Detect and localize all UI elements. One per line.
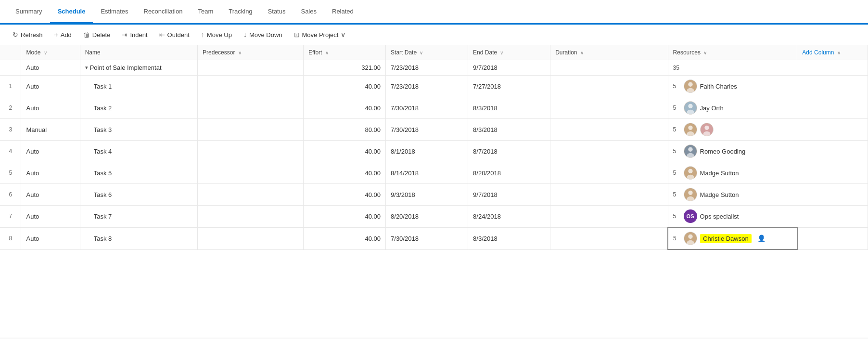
resource-count: 5 [673,83,681,90]
tab-reconciliation[interactable]: Reconciliation [136,0,191,23]
delete-icon: 🗑 [83,31,90,39]
duration-sort-icon: ∨ [580,50,584,55]
svg-point-16 [688,169,692,173]
row-duration [550,60,668,76]
col-header-duration[interactable]: Duration ∨ [550,45,668,60]
col-header-num [0,45,21,60]
row-number: 5 [0,162,21,184]
svg-point-10 [704,126,709,130]
indent-button[interactable]: ⇥ Indent [117,28,152,41]
row-name: Task 7 [80,206,197,228]
row-number: 1 [0,76,21,97]
row-start-date: 8/1/2018 [386,141,468,162]
row-duration [550,141,668,162]
row-mode: Auto [21,206,80,228]
row-predecessor [198,184,304,206]
row-start-date: 8/14/2018 [386,162,468,184]
row-end-date: 8/3/2018 [468,227,550,249]
resource-count: 5 [673,191,681,198]
row-end-date: 9/7/2018 [468,184,550,206]
tab-summary[interactable]: Summary [8,0,50,23]
avatar [700,123,714,136]
resource-name: Christie Dawson [700,234,752,243]
row-end-date: 8/3/2018 [468,119,550,141]
col-header-mode[interactable]: Mode ∨ [21,45,80,60]
add-button[interactable]: + Add [50,28,77,41]
row-resources: 35 [668,60,797,76]
row-number: 8 [0,227,21,249]
row-effort: 40.00 [303,97,385,119]
tab-sales[interactable]: Sales [293,0,324,23]
table-row: 6AutoTask 640.009/3/20189/7/20185 Madge … [0,184,868,206]
row-resources: 5 Madge Sutton [668,162,797,184]
resource-name: Jay Orth [700,104,724,112]
move-up-button[interactable]: ↑ Move Up [196,28,237,41]
outdent-button[interactable]: ⇤ Outdent [154,28,194,41]
row-add-column [797,97,868,119]
row-start-date: 9/3/2018 [386,184,468,206]
avatar [684,123,697,136]
tab-status[interactable]: Status [260,0,294,23]
table-row: 5AutoTask 540.008/14/20188/20/20185 Madg… [0,162,868,184]
col-header-predecessor[interactable]: Predecessor ∨ [198,45,304,60]
row-effort: 321.00 [303,60,385,76]
row-mode: Manual [21,119,80,141]
row-resources: 5 Madge Sutton [668,184,797,206]
move-up-icon: ↑ [201,31,204,39]
row-add-column [797,206,868,228]
row-number: 7 [0,206,21,228]
toolbar: ↻ Refresh + Add 🗑 Delete ⇥ Indent ⇤ Outd… [0,25,868,45]
row-duration [550,184,668,206]
refresh-icon: ↻ [13,31,18,39]
avatar [684,188,697,201]
table-row: 8AutoTask 840.007/30/20188/3/20185 Chris… [0,227,868,249]
row-add-column [797,162,868,184]
avatar [684,232,697,245]
tab-schedule[interactable]: Schedule [50,0,93,23]
row-predecessor [198,97,304,119]
row-number: 2 [0,97,21,119]
move-project-button[interactable]: ⊡ Move Project ∨ [289,28,351,41]
col-header-effort[interactable]: Effort ∨ [303,45,385,60]
row-name: ▾Point of Sale Implementat [80,60,197,76]
row-name: Task 8 [80,227,197,249]
col-header-resources[interactable]: Resources ∨ [668,45,797,60]
resource-name: Romeo Gooding [700,148,746,155]
refresh-button[interactable]: ↻ Refresh [8,28,48,41]
tab-related[interactable]: Related [324,0,361,23]
row-end-date: 8/20/2018 [468,162,550,184]
add-icon: + [54,31,58,39]
resource-count: 5 [673,104,681,111]
row-effort: 80.00 [303,119,385,141]
row-duration [550,97,668,119]
row-mode: Auto [21,76,80,97]
expand-icon[interactable]: ▾ [85,65,88,71]
tab-tracking[interactable]: Tracking [221,0,260,23]
pred-sort-icon: ∨ [238,50,242,55]
row-start-date: 8/20/2018 [386,206,468,228]
row-mode: Auto [21,162,80,184]
tab-estimates[interactable]: Estimates [93,0,136,23]
row-add-column [797,119,868,141]
svg-point-22 [688,235,692,239]
move-down-button[interactable]: ↓ Move Down [239,28,287,41]
row-mode: Auto [21,141,80,162]
col-header-start-date[interactable]: Start Date ∨ [386,45,468,60]
avatar [684,101,697,115]
row-predecessor [198,119,304,141]
move-down-icon: ↓ [243,31,247,39]
avatar [684,79,697,93]
assign-resource-icon[interactable]: 👤 [757,235,766,242]
row-start-date: 7/23/2018 [386,76,468,97]
schedule-grid: Mode ∨ Name Predecessor ∨ Effort ∨ Start… [0,45,868,338]
tab-team[interactable]: Team [190,0,221,23]
move-project-chevron-icon: ∨ [341,31,345,39]
resource-count: 5 [673,213,681,220]
row-mode: Auto [21,184,80,206]
row-add-column [797,60,868,76]
delete-button[interactable]: 🗑 Delete [78,28,115,41]
row-add-column [797,184,868,206]
col-header-end-date[interactable]: End Date ∨ [468,45,550,60]
col-header-name[interactable]: Name [80,45,197,60]
col-header-add-column[interactable]: Add Column ∨ [797,45,868,60]
